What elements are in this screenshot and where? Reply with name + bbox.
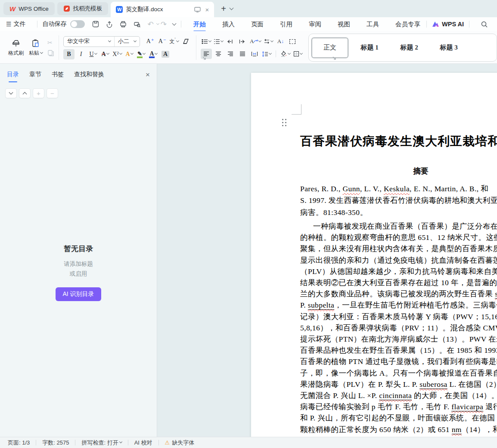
increase-font-button[interactable]: A+ xyxy=(144,36,155,47)
style-heading-1[interactable]: 标题 1 xyxy=(351,37,388,58)
print-preview-icon[interactable] xyxy=(133,20,141,28)
menu-tab-member[interactable]: 会员专享 xyxy=(394,18,421,31)
style-normal[interactable]: 正文 xyxy=(311,37,348,58)
expand-paragraph-group-icon[interactable] xyxy=(332,54,336,62)
sidebar-tab-sections[interactable]: 章节 xyxy=(29,71,41,82)
document-tab-title: 英文翻译.docx xyxy=(126,6,194,13)
word-count[interactable]: 字数: 2575 xyxy=(42,439,69,447)
sort-button[interactable]: A↓ xyxy=(275,36,286,47)
missing-font-warning[interactable]: ⚠缺失字体 xyxy=(165,439,195,447)
phonetic-guide-button[interactable]: 文ˇ xyxy=(168,36,180,47)
bullet-list-button[interactable] xyxy=(201,36,212,47)
underline-button[interactable]: U xyxy=(87,49,99,59)
print-icon[interactable] xyxy=(119,20,127,28)
highlight-button[interactable]: ✎ xyxy=(136,49,147,59)
font-group: 华文中宋 小二 A+ A− 文ˇ B I U A X² A ✎ A A xyxy=(63,34,192,62)
justify-button[interactable] xyxy=(237,49,248,59)
paste-chevron-icon[interactable] xyxy=(40,50,43,53)
sidebar-tab-find-replace[interactable]: 查找和替换 xyxy=(74,71,104,82)
decrease-indent-button[interactable] xyxy=(225,36,236,47)
close-tab-icon[interactable]: × xyxy=(205,6,209,13)
strikethrough-button[interactable]: A xyxy=(99,49,111,59)
chevron-down-icon xyxy=(106,52,109,55)
search-icon[interactable] xyxy=(481,21,488,28)
distribute-button[interactable] xyxy=(249,49,260,59)
export-icon[interactable] xyxy=(106,20,113,28)
spellcheck-status[interactable]: 拼写检查: 打开 xyxy=(81,439,121,447)
ai-proofread-button[interactable]: AI 校对 xyxy=(134,439,152,447)
paste-button[interactable]: 粘贴 xyxy=(26,39,46,57)
clear-format-button[interactable] xyxy=(180,36,192,47)
wps-ai-label: WPS AI xyxy=(442,21,464,28)
char-shading-button[interactable]: A xyxy=(160,49,171,59)
drag-handle-icon[interactable] xyxy=(282,119,287,127)
menu-tab-insert[interactable]: 插入 xyxy=(221,18,236,31)
copy-icon[interactable] xyxy=(47,50,54,56)
expand-font-group-icon[interactable] xyxy=(202,54,206,62)
file-menu[interactable]: 文件 xyxy=(14,20,26,28)
chevron-up-icon xyxy=(23,92,27,96)
shading-fill-button[interactable] xyxy=(280,49,291,59)
text-effects-button[interactable]: A xyxy=(124,49,135,59)
tab-stops-button[interactable] xyxy=(287,36,298,47)
undo-icon[interactable]: ↶ xyxy=(148,20,154,29)
style-heading-3[interactable]: 标题 3 xyxy=(430,37,467,58)
collapse-all-button[interactable] xyxy=(5,88,17,98)
align-center-button[interactable] xyxy=(213,49,224,59)
undo-chevron-icon[interactable] xyxy=(156,22,159,25)
chevron-down-icon xyxy=(155,52,158,55)
document-page[interactable]: 百香果潜伏病毒发生澳大利亚栽培和野生种 摘要 Pares, R. D., Gun… xyxy=(251,73,497,437)
document-text-line: 的种植。的颗粒观察弯曲杆的意思 651、12 纳米尺寸。这些颗粒通 xyxy=(300,232,497,243)
tab-list-chevron-icon[interactable] xyxy=(229,6,233,10)
menu-tab-review[interactable]: 审阅 xyxy=(308,18,322,31)
ai-recognize-contents-button[interactable]: AI 识别目录 xyxy=(56,287,101,301)
chevron-down-icon xyxy=(299,51,302,54)
save-icon[interactable] xyxy=(92,20,99,28)
cut-icon[interactable]: ✂ xyxy=(47,39,54,46)
chevron-down-icon xyxy=(9,90,13,95)
tab-label: 找稻壳模板 xyxy=(73,5,103,12)
text-direction-button[interactable]: A xyxy=(249,36,262,47)
menu-tab-home[interactable]: 开始 xyxy=(193,18,207,31)
divider xyxy=(128,440,128,445)
document-canvas[interactable]: 百香果潜伏病毒发生澳大利亚栽培和野生种 摘要 Pares, R. D., Gun… xyxy=(157,64,497,437)
abstract-heading: 摘要 xyxy=(413,166,429,176)
tab-docer-templates[interactable]: 找稻壳模板 xyxy=(57,2,109,15)
line-spacing-button[interactable] xyxy=(261,49,272,59)
font-color-button[interactable]: A xyxy=(148,49,159,59)
menu-tab-tools[interactable]: 工具 xyxy=(366,18,380,31)
font-size-select[interactable]: 小二 xyxy=(115,37,140,47)
align-right-button[interactable] xyxy=(225,49,236,59)
borders-button[interactable] xyxy=(292,49,303,59)
present-mode-icon[interactable] xyxy=(194,7,201,12)
more-commands-chevron-icon[interactable] xyxy=(172,21,177,25)
menu-tab-page[interactable]: 页面 xyxy=(250,18,264,31)
font-family-select[interactable]: 华文中宋 xyxy=(64,37,115,47)
page-indicator[interactable]: 页面: 1/3 xyxy=(8,439,30,447)
redo-icon[interactable]: ↷ xyxy=(161,20,167,29)
style-label: 正文 xyxy=(323,44,336,52)
new-tab-button[interactable]: + xyxy=(221,4,226,14)
italic-button[interactable]: I xyxy=(75,49,87,59)
bold-button[interactable]: B xyxy=(63,49,75,59)
menu-tab-references[interactable]: 引用 xyxy=(279,18,293,31)
zoom-in-outline-button[interactable]: + xyxy=(33,88,44,98)
wrap-direction-button[interactable] xyxy=(263,36,274,47)
ribbon-toolbar: 格式刷 粘贴 ✂ 华文中宋 小二 A+ A− 文ˇ xyxy=(0,31,497,64)
superscript-button[interactable]: X² xyxy=(112,49,123,59)
style-heading-2[interactable]: 标题 2 xyxy=(391,37,428,58)
tab-wps-office[interactable]: W WPS Office xyxy=(3,2,55,15)
tab-document-active[interactable]: W 英文翻译.docx × xyxy=(111,2,214,17)
autosave-toggle[interactable] xyxy=(70,20,85,28)
sidebar-tab-contents[interactable]: 目录 xyxy=(7,71,19,82)
increase-indent-button[interactable] xyxy=(237,36,248,47)
zoom-out-outline-button[interactable]: − xyxy=(47,88,58,98)
decrease-font-button[interactable]: A− xyxy=(156,36,168,47)
wps-ai-button[interactable]: WPS AI xyxy=(432,21,464,28)
sidebar-tab-bookmarks[interactable]: 书签 xyxy=(52,71,64,82)
format-painter-button[interactable]: 格式刷 xyxy=(6,39,26,57)
close-sidebar-icon[interactable]: × xyxy=(146,71,150,79)
expand-all-button[interactable] xyxy=(19,88,31,98)
menu-tab-view[interactable]: 视图 xyxy=(337,18,351,31)
numbered-list-button[interactable] xyxy=(213,36,224,47)
